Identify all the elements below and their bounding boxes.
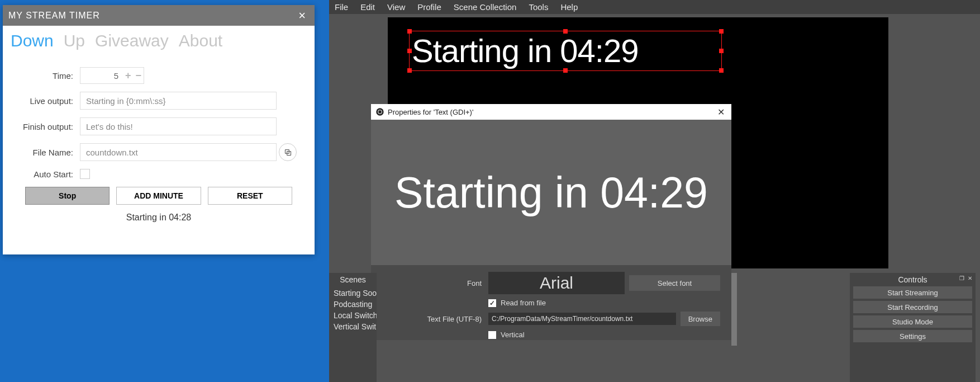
scene-item[interactable]: Starting Soo bbox=[329, 287, 377, 299]
studio-mode-button[interactable]: Studio Mode bbox=[853, 315, 972, 328]
start-streaming-button[interactable]: Start Streaming bbox=[853, 286, 972, 299]
font-label: Font bbox=[382, 279, 488, 287]
mst-status-text: Starting in 04:28 bbox=[18, 213, 299, 223]
menu-view[interactable]: View bbox=[387, 2, 405, 12]
browse-button[interactable]: Browse bbox=[681, 312, 720, 326]
mst-window: MY STREAM TIMER × Down Up Giveaway About… bbox=[3, 5, 315, 254]
font-value: Arial bbox=[540, 273, 573, 293]
close-icon[interactable]: ✕ bbox=[968, 275, 972, 281]
properties-title: Properties for 'Text (GDI+)' bbox=[388, 108, 473, 116]
minus-icon[interactable]: − bbox=[133, 70, 144, 82]
time-label: Time: bbox=[18, 71, 80, 81]
finish-output-input[interactable] bbox=[80, 117, 277, 135]
vertical-label: Vertical bbox=[501, 331, 525, 339]
copy-icon[interactable] bbox=[279, 143, 297, 161]
controls-header-text: Controls bbox=[898, 275, 927, 284]
svg-point-2 bbox=[376, 108, 383, 115]
resize-handle[interactable] bbox=[563, 29, 568, 34]
popout-icon[interactable]: ❐ bbox=[959, 275, 964, 281]
scenes-panel: Scenes Starting Soo Podcasting Local Swi… bbox=[329, 273, 377, 382]
menu-file[interactable]: File bbox=[335, 2, 348, 12]
text-file-input[interactable] bbox=[488, 313, 676, 325]
vertical-checkbox[interactable] bbox=[488, 331, 496, 339]
font-value-box: Arial bbox=[488, 272, 625, 294]
resize-handle[interactable] bbox=[407, 29, 412, 34]
close-icon[interactable]: × bbox=[295, 8, 309, 23]
read-from-file-label: Read from file bbox=[501, 299, 546, 307]
resize-handle[interactable] bbox=[407, 68, 412, 73]
properties-preview-text: Starting in 04:29 bbox=[394, 168, 708, 218]
menu-profile[interactable]: Profile bbox=[417, 2, 441, 12]
resize-handle[interactable] bbox=[719, 29, 724, 34]
resize-handle[interactable] bbox=[719, 49, 724, 53]
tab-about[interactable]: About bbox=[179, 31, 222, 50]
tab-up[interactable]: Up bbox=[64, 31, 85, 50]
tab-down[interactable]: Down bbox=[11, 31, 54, 50]
menu-scene-collection[interactable]: Scene Collection bbox=[454, 2, 517, 12]
menu-tools[interactable]: Tools bbox=[529, 2, 548, 12]
file-name-input[interactable] bbox=[80, 143, 277, 161]
resize-handle[interactable] bbox=[563, 68, 568, 73]
close-icon[interactable]: ✕ bbox=[715, 107, 727, 117]
properties-scrollbar[interactable] bbox=[731, 273, 737, 346]
stop-button[interactable]: Stop bbox=[25, 187, 110, 205]
live-output-label: Live output: bbox=[18, 96, 80, 106]
finish-output-label: Finish output: bbox=[18, 122, 80, 131]
resize-handle[interactable] bbox=[719, 68, 724, 73]
scene-item[interactable]: Vertical Swit bbox=[329, 321, 377, 332]
obs-layer-text: Starting in 04:29 bbox=[410, 32, 638, 69]
auto-start-label: Auto Start: bbox=[18, 169, 80, 179]
settings-button[interactable]: Settings bbox=[853, 330, 972, 342]
add-minute-button[interactable]: ADD MINUTE bbox=[116, 187, 201, 205]
mst-tabs: Down Up Giveaway About bbox=[3, 26, 315, 54]
mst-titlebar[interactable]: MY STREAM TIMER × bbox=[3, 5, 315, 26]
auto-start-checkbox[interactable] bbox=[80, 169, 90, 179]
menu-edit[interactable]: Edit bbox=[360, 2, 375, 12]
controls-panel: Controls ❐ ✕ Start Streaming Start Recor… bbox=[850, 273, 976, 382]
file-name-label: File Name: bbox=[18, 148, 80, 157]
properties-dialog[interactable]: Properties for 'Text (GDI+)' ✕ Starting … bbox=[371, 104, 731, 340]
plus-icon[interactable]: + bbox=[123, 70, 134, 82]
reset-button[interactable]: RESET bbox=[208, 187, 292, 205]
menu-help[interactable]: Help bbox=[560, 2, 578, 12]
scenes-header: Scenes bbox=[329, 273, 377, 287]
live-output-input[interactable] bbox=[80, 92, 277, 110]
obs-logo-icon bbox=[375, 107, 384, 116]
mst-title: MY STREAM TIMER bbox=[8, 11, 100, 21]
start-recording-button[interactable]: Start Recording bbox=[853, 301, 972, 313]
scene-item[interactable]: Local Switch bbox=[329, 310, 377, 321]
obs-window: File Edit View Profile Scene Collection … bbox=[329, 0, 980, 382]
text-file-label: Text File (UTF-8) bbox=[382, 315, 488, 323]
mst-body: Time: 5 + − Live output: Finish output: … bbox=[3, 54, 315, 223]
scene-item[interactable]: Podcasting bbox=[329, 299, 377, 310]
select-font-button[interactable]: Select font bbox=[629, 275, 720, 291]
controls-header: Controls ❐ ✕ bbox=[850, 273, 976, 286]
obs-selected-layer[interactable]: Starting in 04:29 bbox=[409, 31, 722, 71]
time-spinner[interactable]: 5 + − bbox=[80, 67, 144, 84]
properties-body: Starting in 04:29 Font Arial Select font… bbox=[371, 120, 731, 340]
properties-titlebar[interactable]: Properties for 'Text (GDI+)' ✕ bbox=[371, 104, 731, 120]
time-value: 5 bbox=[80, 71, 123, 81]
obs-menubar: File Edit View Profile Scene Collection … bbox=[329, 0, 980, 14]
properties-preview: Starting in 04:29 bbox=[371, 120, 731, 265]
resize-handle[interactable] bbox=[407, 49, 412, 53]
read-from-file-checkbox[interactable] bbox=[488, 299, 496, 307]
tab-giveaway[interactable]: Giveaway bbox=[95, 31, 169, 50]
